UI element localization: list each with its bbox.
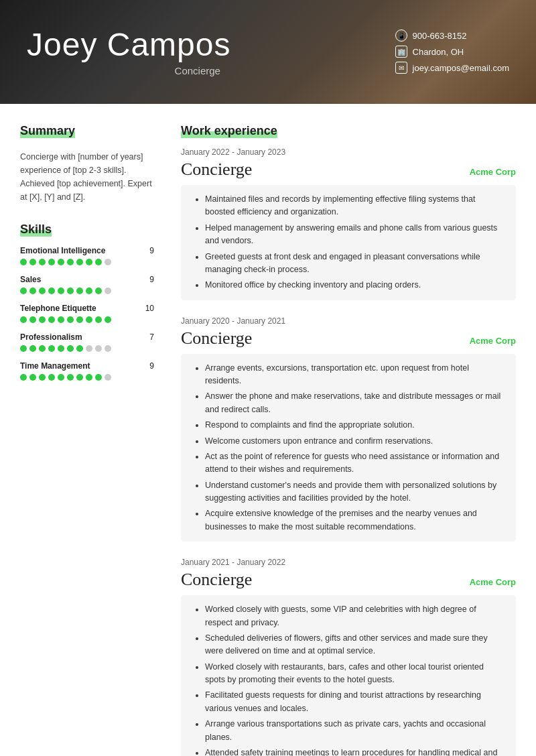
job-bullet: Respond to complaints and find the appro… (205, 419, 504, 432)
dot-filled (58, 345, 64, 352)
job-bullet: Helped management by answering emails an… (205, 222, 504, 248)
job-bullet: Attended safety training meetings to lea… (205, 747, 504, 756)
job-bullets-box: Worked closely with guests, some VIP and… (181, 595, 516, 756)
dot-empty (105, 374, 111, 381)
skill-dots (20, 345, 154, 352)
job-bullet: Acquire extensive knowledge of the premi… (205, 507, 504, 533)
dot-filled (29, 345, 36, 352)
dot-empty (95, 345, 102, 352)
dot-filled (29, 374, 36, 381)
dot-filled (29, 259, 36, 265)
work-experience-header: Work experience (181, 124, 277, 138)
skill-header: Emotional Intelligence9 (20, 246, 154, 255)
skill-dots (20, 374, 154, 381)
work-experience-section: Work experience January 2022 - January 2… (181, 124, 516, 756)
dot-filled (48, 259, 55, 265)
dot-filled (86, 374, 92, 381)
job-bullet: Arrange various transportations such as … (205, 718, 504, 744)
job-date: January 2022 - January 2023 (181, 147, 516, 157)
skill-item: Emotional Intelligence9 (20, 246, 154, 265)
job-bullets-list: Arrange events, excursions, transportati… (193, 362, 504, 534)
skill-name: Time Management (20, 361, 90, 371)
job-bullets-box: Maintained files and records by implemen… (181, 185, 516, 300)
candidate-title: Concierge (27, 65, 368, 76)
skill-header: Sales9 (20, 275, 154, 284)
dot-filled (20, 345, 27, 352)
location-icon: 🏢 (395, 46, 407, 58)
job-company: Acme Corp (470, 577, 516, 587)
header-contact: 📱 900-663-8152 🏢 Chardon, OH ✉ joey.camp… (395, 29, 509, 74)
phone-icon: 📱 (395, 29, 407, 42)
skills-list: Emotional Intelligence9Sales9Telephone E… (20, 246, 154, 381)
dot-filled (20, 316, 27, 323)
dot-filled (58, 288, 64, 294)
job-title: Concierge (181, 570, 252, 590)
skill-dots (20, 259, 154, 265)
skill-item: Professionalism7 (20, 332, 154, 352)
dot-filled (48, 316, 55, 323)
email-contact: ✉ joey.campos@email.com (395, 62, 509, 74)
skill-item: Sales9 (20, 275, 154, 294)
dot-filled (86, 316, 92, 323)
skill-score: 10 (145, 304, 154, 313)
dot-empty (86, 345, 92, 352)
dot-empty (105, 345, 111, 352)
skill-name: Sales (20, 275, 41, 284)
dot-filled (20, 288, 27, 294)
dot-empty (105, 288, 111, 294)
skill-name: Emotional Intelligence (20, 246, 105, 255)
dot-filled (29, 316, 36, 323)
job-bullet: Worked closely with restaurants, bars, c… (205, 661, 504, 687)
main-body: Summary Concierge with [number of years]… (0, 104, 536, 756)
job-bullet: Scheduled deliveries of flowers, gifts a… (205, 632, 504, 658)
skill-score: 9 (149, 246, 154, 255)
job-entry: January 2022 - January 2023ConciergeAcme… (181, 147, 516, 300)
dot-filled (105, 316, 111, 323)
dot-filled (67, 259, 74, 265)
job-company: Acme Corp (470, 167, 516, 177)
header-name-section: Joey Campos Concierge (27, 27, 368, 77)
dot-filled (67, 316, 74, 323)
job-bullet: Understand customer's needs and provide … (205, 479, 504, 505)
dot-filled (58, 259, 64, 265)
skills-section-header: Skills (20, 223, 52, 237)
dot-filled (20, 259, 27, 265)
dot-filled (39, 316, 46, 323)
dot-filled (95, 288, 102, 294)
job-title-row: ConciergeAcme Corp (181, 160, 516, 180)
dot-filled (29, 288, 36, 294)
skills-section: Skills Emotional Intelligence9Sales9Tele… (20, 223, 154, 381)
skill-item: Telephone Etiquette10 (20, 304, 154, 323)
phone-contact: 📱 900-663-8152 (395, 29, 509, 42)
dot-filled (58, 374, 64, 381)
skill-dots (20, 316, 154, 323)
dot-filled (67, 374, 74, 381)
dot-filled (48, 345, 55, 352)
skill-score: 9 (149, 275, 154, 284)
dot-filled (48, 374, 55, 381)
skill-name: Professionalism (20, 332, 82, 342)
email-icon: ✉ (395, 62, 407, 74)
job-company: Acme Corp (470, 336, 516, 346)
summary-text: Concierge with [number of years] experie… (20, 150, 154, 204)
skill-name: Telephone Etiquette (20, 304, 96, 313)
dot-filled (86, 288, 92, 294)
dot-filled (95, 374, 102, 381)
dot-filled (39, 288, 46, 294)
dot-filled (58, 316, 64, 323)
job-date: January 2020 - January 2021 (181, 316, 516, 326)
dot-filled (76, 288, 83, 294)
location-text: Chardon, OH (413, 47, 464, 57)
location-contact: 🏢 Chardon, OH (395, 46, 509, 58)
dot-filled (76, 345, 83, 352)
skill-item: Time Management9 (20, 361, 154, 381)
dot-filled (20, 374, 27, 381)
dot-filled (76, 259, 83, 265)
summary-section: Summary Concierge with [number of years]… (20, 124, 154, 204)
job-bullet: Answer the phone and make reservations, … (205, 390, 504, 416)
dot-filled (39, 345, 46, 352)
dot-filled (67, 288, 74, 294)
job-title: Concierge (181, 160, 252, 180)
job-title-row: ConciergeAcme Corp (181, 570, 516, 590)
dot-filled (95, 259, 102, 265)
